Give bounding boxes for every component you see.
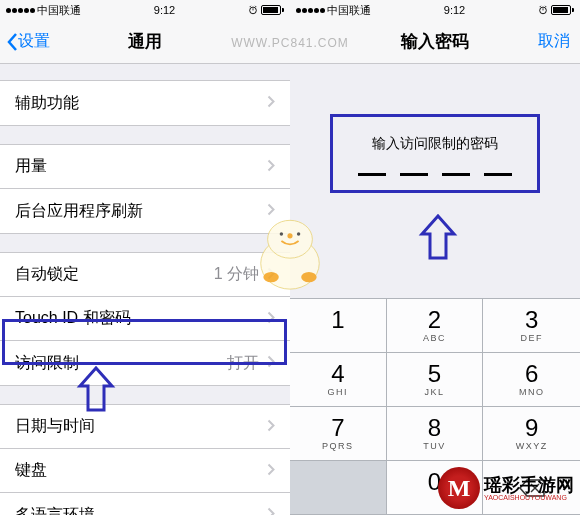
status-time: 9:12 [444,4,465,16]
key-letters: DEF [520,333,543,343]
passcode-dashes [343,173,527,176]
key-number: 6 [525,362,538,386]
right-phone-pane: 中国联通 9:12 输入密码 取消 输入访问限制的密码 1 2ABC3DEF4G… [290,0,580,515]
settings-row[interactable]: 访问限制打开 [0,341,290,385]
svg-point-11 [268,220,313,258]
chevron-left-icon [6,32,18,52]
key-letters: WXYZ [516,441,548,451]
svg-line-7 [545,6,546,7]
svg-point-13 [280,232,283,235]
nav-title: 通用 [128,30,162,53]
row-label: 用量 [15,156,47,177]
arrow-up-icon [418,214,458,266]
row-label: 多语言环境 [15,505,95,516]
chevron-right-icon [267,418,275,436]
settings-row[interactable]: 辅助功能 [0,81,290,125]
mascot-watermark-icon [247,210,333,300]
passcode-dash [400,173,428,176]
key-number: 2 [428,308,441,332]
row-label: 辅助功能 [15,93,79,114]
row-label: 访问限制 [15,353,79,374]
settings-row[interactable]: 多语言环境 [0,493,290,515]
keypad-key-8[interactable]: 8TUV [387,407,484,461]
passcode-box: 输入访问限制的密码 [330,114,540,193]
key-number: 8 [428,416,441,440]
site-logo: M 瑶彩手游网 YAOCAISHOUYOUWANG [438,467,574,509]
nav-title: 输入密码 [401,30,469,53]
settings-row[interactable]: 日期与时间 [0,405,290,449]
logo-text-cn: 瑶彩手游网 [484,476,574,494]
keypad-key-3[interactable]: 3DEF [483,299,580,353]
key-number: 3 [525,308,538,332]
svg-line-3 [255,6,256,7]
row-detail: 打开 [227,353,259,374]
settings-row[interactable]: 键盘 [0,449,290,493]
watermark-url: WWW.PC841.COM [231,36,349,50]
signal-dots-icon [296,8,325,13]
passcode-dash [442,173,470,176]
logo-mark-icon: M [438,467,480,509]
back-label: 设置 [18,31,50,52]
row-label: Touch ID 和密码 [15,308,131,329]
chevron-right-icon [267,354,275,372]
signal-dots-icon [6,8,35,13]
chevron-right-icon [267,506,275,515]
passcode-label: 输入访问限制的密码 [343,135,527,153]
chevron-right-icon [267,158,275,176]
key-letters [336,333,340,343]
chevron-right-icon [267,94,275,112]
cancel-button[interactable]: 取消 [538,31,570,52]
passcode-area: 输入访问限制的密码 [290,64,580,193]
status-time: 9:12 [154,4,175,16]
passcode-dash [484,173,512,176]
svg-point-15 [263,272,278,282]
passcode-dash [358,173,386,176]
key-letters [432,495,436,505]
keypad-key-1[interactable]: 1 [290,299,387,353]
chevron-right-icon [267,462,275,480]
svg-line-6 [540,6,541,7]
row-label: 日期与时间 [15,416,95,437]
keypad-key-2[interactable]: 2ABC [387,299,484,353]
svg-point-12 [287,233,292,238]
svg-line-2 [250,6,251,7]
key-letters: MNO [519,387,545,397]
key-letters: JKL [424,387,444,397]
keypad-key-9[interactable]: 9WXYZ [483,407,580,461]
alarm-icon [538,5,548,15]
keypad-blank [290,461,387,515]
row-label: 键盘 [15,460,47,481]
chevron-right-icon [267,310,275,328]
logo-text-py: YAOCAISHOUYOUWANG [484,494,574,501]
key-letters: GHI [328,387,349,397]
carrier-label: 中国联通 [37,3,81,18]
key-letters: PQRS [322,441,354,451]
key-number: 1 [331,308,344,332]
key-number: 7 [331,416,344,440]
keypad-key-6[interactable]: 6MNO [483,353,580,407]
row-label: 自动锁定 [15,264,79,285]
back-button[interactable]: 设置 [6,31,50,52]
battery-icon [261,5,284,15]
keypad-key-5[interactable]: 5JKL [387,353,484,407]
key-letters: ABC [423,333,446,343]
settings-row[interactable]: 用量 [0,145,290,189]
battery-icon [551,5,574,15]
status-bar: 中国联通 9:12 [290,0,580,20]
settings-row[interactable]: Touch ID 和密码 [0,297,290,341]
key-letters: TUV [423,441,446,451]
carrier-label: 中国联通 [327,3,371,18]
key-number: 5 [428,362,441,386]
svg-point-16 [301,272,316,282]
key-number: 4 [331,362,344,386]
keypad-key-7[interactable]: 7PQRS [290,407,387,461]
keypad-key-4[interactable]: 4GHI [290,353,387,407]
svg-point-14 [297,232,300,235]
key-number: 9 [525,416,538,440]
status-bar: 中国联通 9:12 [0,0,290,20]
alarm-icon [248,5,258,15]
row-label: 后台应用程序刷新 [15,201,143,222]
